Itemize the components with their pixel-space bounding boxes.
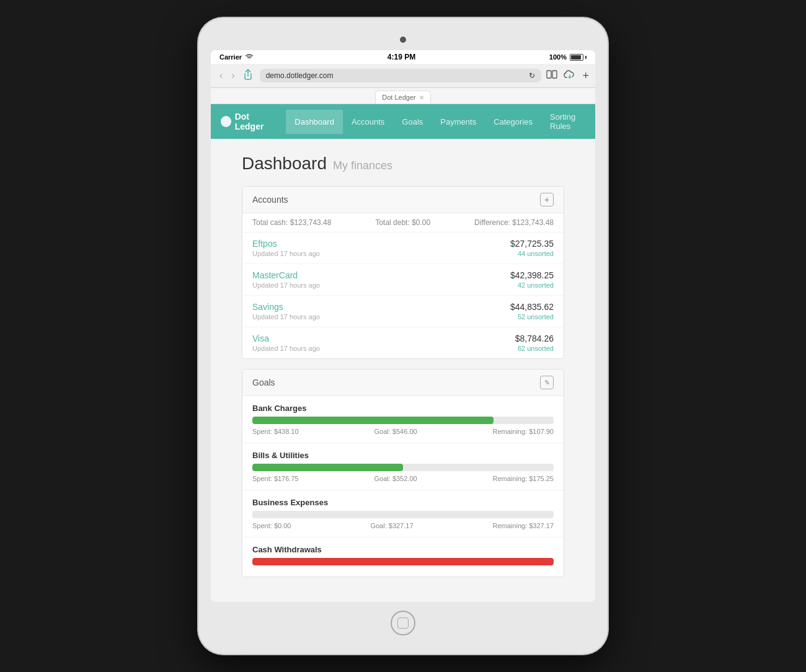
tab-bar: Dot Ledger ✕ xyxy=(211,88,595,104)
edit-goals-button[interactable]: ✎ xyxy=(540,376,554,389)
difference-label: Difference: $123,743.48 xyxy=(474,218,554,227)
address-bar[interactable]: demo.dotledger.com ↻ xyxy=(260,69,542,82)
goals-header: Goals ✎ xyxy=(242,369,564,396)
nav-links: Dashboard Accounts Goals Payments Catego… xyxy=(286,105,585,138)
accounts-header: Accounts + xyxy=(242,187,564,213)
goal-goal-bills-utilities: Goal: $352.00 xyxy=(374,475,417,482)
goal-fill-bank-charges xyxy=(252,417,494,424)
browser-actions: + xyxy=(546,69,589,82)
ipad-home-inner xyxy=(397,617,409,629)
ipad-home-button[interactable] xyxy=(391,611,415,635)
account-updated-savings: Updated 17 hours ago xyxy=(252,313,320,321)
nav-link-accounts[interactable]: Accounts xyxy=(343,110,393,134)
tab-close-icon[interactable]: ✕ xyxy=(419,94,424,101)
goal-fill-bills-utilities xyxy=(252,464,403,471)
account-name-eftpos: Eftpos xyxy=(252,239,320,249)
goals-section: Goals ✎ Bank Charges Spent: $438.10 xyxy=(242,369,564,577)
tab-title: Dot Ledger xyxy=(382,94,415,101)
account-info-visa: Visa Updated 17 hours ago xyxy=(252,334,320,352)
nav-link-goals[interactable]: Goals xyxy=(393,110,432,134)
goal-stats-bills-utilities: Spent: $176.75 Goal: $352.00 Remaining: … xyxy=(252,475,554,482)
goal-remaining-business-expenses: Remaining: $327.17 xyxy=(493,522,554,529)
share-button[interactable] xyxy=(241,68,255,84)
app-name: Dot Ledger xyxy=(235,112,278,131)
page-subtitle: My finances xyxy=(333,159,392,172)
goal-item-bank-charges: Bank Charges Spent: $438.10 Goal: $546.0… xyxy=(242,396,564,443)
ipad-screen: Carrier 4:19 PM 100% xyxy=(211,50,595,602)
ipad-camera xyxy=(400,37,406,43)
goal-stats-bank-charges: Spent: $438.10 Goal: $546.00 Remaining: … xyxy=(252,428,554,435)
app-nav: Dot Ledger Dashboard Accounts Goals Paym… xyxy=(211,104,595,139)
reader-icon[interactable] xyxy=(546,70,557,81)
back-button[interactable]: ‹ xyxy=(217,69,225,82)
accounts-section: Accounts + Total cash: $123,743.48 Total… xyxy=(242,186,564,359)
account-item-eftpos[interactable]: Eftpos Updated 17 hours ago $27,725.35 4… xyxy=(242,232,564,264)
account-name-savings: Savings xyxy=(252,302,320,312)
total-debt-label: Total debt: $0.00 xyxy=(375,218,430,227)
account-unsorted-mastercard: 42 unsorted xyxy=(510,281,554,289)
account-right-mastercard: $42,398.25 42 unsorted xyxy=(510,270,554,289)
account-right-savings: $44,835.62 52 unsorted xyxy=(510,302,554,321)
goal-fill-cash-withdrawals xyxy=(252,558,554,565)
account-name-visa: Visa xyxy=(252,334,320,343)
account-updated-eftpos: Updated 17 hours ago xyxy=(252,250,320,257)
goal-goal-business-expenses: Goal: $327.17 xyxy=(370,522,413,529)
carrier-label: Carrier xyxy=(219,53,242,61)
main-content: Dashboard My finances Accounts + Total c… xyxy=(211,139,595,602)
account-updated-visa: Updated 17 hours ago xyxy=(252,345,320,352)
add-account-button[interactable]: + xyxy=(540,193,554,206)
account-item-visa[interactable]: Visa Updated 17 hours ago $8,784.26 62 u… xyxy=(242,327,564,358)
goal-goal-bank-charges: Goal: $546.00 xyxy=(374,428,417,435)
nav-link-payments[interactable]: Payments xyxy=(432,110,485,134)
page-title-container: Dashboard My finances xyxy=(242,154,564,174)
goal-name-cash-withdrawals: Cash Withdrawals xyxy=(252,545,554,554)
goal-remaining-bills-utilities: Remaining: $175.25 xyxy=(493,475,554,482)
browser-tab[interactable]: Dot Ledger ✕ xyxy=(375,91,430,104)
accounts-summary: Total cash: $123,743.48 Total debt: $0.0… xyxy=(242,213,564,232)
account-balance-eftpos: $27,725.35 xyxy=(510,239,554,249)
total-cash-label: Total cash: $123,743.48 xyxy=(252,218,331,227)
goal-spent-bank-charges: Spent: $438.10 xyxy=(252,428,299,435)
accounts-title: Accounts xyxy=(252,195,288,205)
page-title: Dashboard xyxy=(242,154,327,174)
browser-nav: ‹ › xyxy=(217,68,255,84)
url-text: demo.dotledger.com xyxy=(266,71,334,80)
status-bar: Carrier 4:19 PM 100% xyxy=(211,50,595,64)
battery-label: 100% xyxy=(549,53,567,61)
ipad-frame: Carrier 4:19 PM 100% xyxy=(198,18,608,654)
account-info-savings: Savings Updated 17 hours ago xyxy=(252,302,320,321)
goal-spent-business-expenses: Spent: $0.00 xyxy=(252,522,291,529)
goal-stats-business-expenses: Spent: $0.00 Goal: $327.17 Remaining: $3… xyxy=(252,522,554,529)
goal-name-bank-charges: Bank Charges xyxy=(252,404,554,413)
account-info-mastercard: MasterCard Updated 17 hours ago xyxy=(252,270,320,289)
nav-link-sorting-rules[interactable]: Sorting Rules xyxy=(541,105,585,138)
wifi-icon xyxy=(245,53,254,61)
status-right: 100% xyxy=(549,53,587,61)
goal-track-bills-utilities xyxy=(252,464,554,471)
goal-track-cash-withdrawals xyxy=(252,558,554,565)
account-right-eftpos: $27,725.35 44 unsorted xyxy=(510,239,554,257)
new-tab-icon[interactable]: + xyxy=(582,69,589,82)
reload-icon[interactable]: ↻ xyxy=(529,71,535,80)
goals-title: Goals xyxy=(252,378,275,387)
account-balance-visa: $8,784.26 xyxy=(515,334,554,343)
account-balance-savings: $44,835.62 xyxy=(510,302,554,312)
cloud-icon[interactable] xyxy=(564,70,576,81)
goal-track-business-expenses xyxy=(252,511,554,518)
browser-toolbar: ‹ › demo.dotledger.com ↻ xyxy=(217,68,589,84)
nav-link-dashboard[interactable]: Dashboard xyxy=(286,110,343,134)
goal-name-business-expenses: Business Expenses xyxy=(252,498,554,507)
goal-name-bills-utilities: Bills & Utilities xyxy=(252,451,554,460)
battery-icon xyxy=(570,54,587,61)
account-updated-mastercard: Updated 17 hours ago xyxy=(252,281,320,289)
account-unsorted-eftpos: 44 unsorted xyxy=(510,250,554,257)
nav-link-categories[interactable]: Categories xyxy=(485,110,541,134)
forward-button[interactable]: › xyxy=(229,69,237,82)
account-item-mastercard[interactable]: MasterCard Updated 17 hours ago $42,398.… xyxy=(242,264,564,296)
account-item-savings[interactable]: Savings Updated 17 hours ago $44,835.62 … xyxy=(242,296,564,327)
account-unsorted-visa: 62 unsorted xyxy=(515,345,554,352)
browser-chrome: ‹ › demo.dotledger.com ↻ xyxy=(211,64,595,88)
goal-spent-bills-utilities: Spent: $176.75 xyxy=(252,475,299,482)
account-unsorted-savings: 52 unsorted xyxy=(510,313,554,321)
goal-item-business-expenses: Business Expenses Spent: $0.00 Goal: $32… xyxy=(242,490,564,537)
